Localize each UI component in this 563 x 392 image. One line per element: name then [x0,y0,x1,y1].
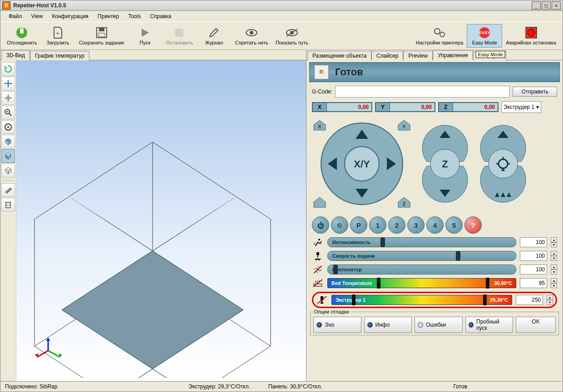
gcode-input[interactable] [335,86,510,98]
home-y-button[interactable]: Y [396,118,412,132]
dryrun-toggle[interactable]: Пробный пуск [465,317,514,333]
home-x-button[interactable]: X [312,118,327,132]
macro-4-button[interactable]: 4 [426,216,444,234]
send-button[interactable]: Отправить [513,87,557,97]
iso-view-button[interactable] [1,164,15,177]
menu-help[interactable]: Справка [145,11,176,21]
extruder-dial[interactable] [478,121,528,207]
emergency-stop-button[interactable]: Аварийная остановка [502,24,560,47]
menu-tools[interactable]: Tools [123,11,145,21]
speed-spinner[interactable]: ▲▼ [551,237,557,247]
svg-point-19 [528,29,535,36]
feedrate-spinner[interactable]: ▲▼ [551,251,557,261]
home-all-button[interactable] [312,196,327,209]
svg-point-15 [440,32,444,37]
file-plus-icon: + [52,26,64,39]
easy-mode-tooltip: Easy Mode [476,51,505,58]
extruder-temp-reading: 29,30°C [490,297,508,303]
bed-temp-slider[interactable]: Bed Temperature30,90°C [327,278,516,288]
run-button[interactable]: Пуск [128,24,162,47]
z-value: 0,00 [453,103,498,111]
zoom-button[interactable] [1,106,15,119]
extruder-temp-slider[interactable]: Экструдер 129,30°C [331,295,512,305]
extruder-select[interactable]: Экструдер 1 ▾ [501,101,541,113]
feedrate-value[interactable]: 100 [520,251,547,261]
ok-button[interactable]: OK [516,317,556,333]
home-z-button[interactable]: Z [396,196,412,209]
bed-temp-spinner[interactable]: ▲▼ [551,278,557,288]
stop-button[interactable]: Остановить [162,24,197,47]
parallel-lines-button[interactable] [1,183,15,197]
x-coord[interactable]: X 0,00 [312,102,372,112]
fit-button[interactable] [1,120,15,134]
svg-rect-1 [20,29,24,34]
menubar: Файл View Конфигурация Принтер Tools Спр… [0,11,563,22]
move-view-button[interactable] [1,77,15,90]
svg-point-14 [435,29,440,34]
speed-value[interactable]: 100 [520,237,547,247]
tab-preview[interactable]: Preview [403,51,433,60]
load-button[interactable]: + Загрузить [41,24,75,47]
z-dial[interactable]: Z [420,121,470,207]
extruder-temp-value[interactable]: 250 [516,295,543,305]
svg-line-50 [143,198,234,257]
extruder-temp-spinner[interactable]: ▲▼ [547,295,553,305]
tab-temp-graph[interactable]: График температур [30,51,89,60]
bed-temp-value[interactable]: 95 [520,278,547,288]
menu-file[interactable]: Файл [4,11,27,21]
svg-rect-7 [99,33,105,37]
extruder-temp-row: Экструдер 129,30°C 250 ▲▼ [316,295,553,305]
tab-control[interactable]: Управление [433,50,473,60]
rotate-view-button[interactable] [1,91,15,105]
status-icon: R [314,65,329,79]
trash-button[interactable] [1,198,15,211]
motors-off-button[interactable]: ⦸ [331,216,348,234]
window-title: Repetier-Host V1.0.5 [13,2,66,9]
tab-slicer[interactable]: Слайсер [371,51,403,60]
fan-spinner[interactable]: ▲▼ [551,265,557,274]
z-coord[interactable]: Z 0,00 [438,102,499,112]
close-button[interactable]: × [552,1,561,10]
tab-object-placement[interactable]: Размещение объекта [307,51,371,60]
status-ready: Готов [454,383,468,390]
tab-3d-view[interactable]: 3D-Вид [1,50,30,60]
minimize-button[interactable]: _ [532,1,541,10]
status-banner: R Готов [309,62,560,82]
feedrate-slider[interactable]: Скорость подачи [327,251,516,261]
bed-temp-reading: 30,90°C [494,280,512,286]
save-job-button[interactable]: Сохранить задание [75,24,128,47]
reset-view-button[interactable] [1,62,15,76]
macro-5-button[interactable]: 5 [445,216,463,234]
svg-text:Y: Y [402,124,406,129]
maximize-button[interactable]: □ [542,1,551,10]
info-toggle[interactable]: Инфо [364,317,412,333]
menu-config[interactable]: Конфигурация [47,11,93,21]
menu-view[interactable]: View [27,11,48,21]
errors-toggle[interactable]: Ошибки [415,317,463,333]
macro-3-button[interactable]: 3 [407,216,425,234]
titlebar: R Repetier-Host V1.0.5 _ □ × [0,0,563,11]
echo-toggle[interactable]: Эхо [313,317,361,333]
printer-settings-button[interactable]: Настройки принтера [412,24,467,47]
y-coord[interactable]: Y 0,00 [375,102,435,112]
front-view-button[interactable] [1,149,15,163]
park-button[interactable]: P [350,216,367,234]
easy-mode-button[interactable]: EASY Easy Mode Easy Mode [467,24,502,48]
speed-slider[interactable]: Интенсивность [327,237,516,247]
show-path-button[interactable]: Показать путь [272,24,312,47]
left-pane: 3D-Вид График температур [0,50,306,381]
log-button[interactable]: Журнал [197,24,231,47]
disconnect-button[interactable]: Отсоединить [3,24,41,47]
fan-slider[interactable]: Вентилятор [327,265,516,274]
help-button[interactable]: ? [464,216,482,234]
gcode-row: G-Code: Отправить [312,86,557,98]
power-button[interactable]: ⏻ [312,216,329,234]
menu-printer[interactable]: Принтер [93,11,123,21]
fan-value[interactable]: 100 [520,265,547,274]
macro-2-button[interactable]: 2 [388,216,405,234]
hide-filament-button[interactable]: Спрятать нить [231,24,272,47]
3d-viewport[interactable] [16,60,306,381]
debug-title: Опции отладки [313,309,350,314]
top-view-button[interactable] [1,135,15,148]
macro-1-button[interactable]: 1 [369,216,386,234]
